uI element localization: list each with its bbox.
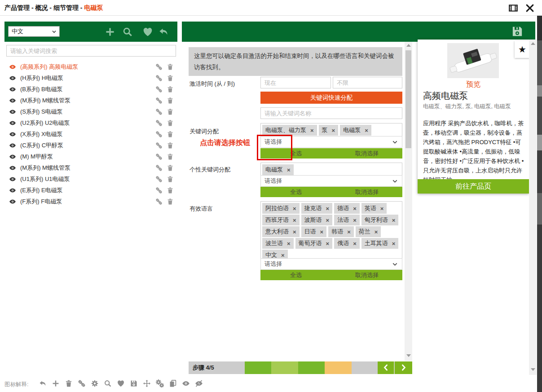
remove-tag-icon[interactable]: × (326, 241, 330, 247)
remove-tag-icon[interactable]: × (332, 128, 335, 133)
save-icon[interactable] (511, 25, 524, 38)
eye-icon[interactable] (9, 187, 16, 194)
product-list-item[interactable]: (B系列) B电磁泵 (4, 84, 177, 95)
remove-tag-icon[interactable]: × (392, 217, 396, 223)
gear-icon[interactable] (91, 379, 99, 388)
eye-icon[interactable] (9, 142, 16, 149)
plus-icon[interactable] (52, 379, 60, 388)
product-list-item[interactable]: (U1系列) U1电磁泵 (4, 173, 177, 185)
select-all-button[interactable]: 全选 (260, 270, 331, 280)
product-list-item[interactable]: (S系列) S电磁泵 (4, 106, 177, 117)
gears-icon[interactable] (156, 379, 164, 388)
unlink-icon[interactable] (155, 97, 163, 104)
unlink-icon[interactable] (155, 131, 163, 138)
personal-keyword-select[interactable]: 请选择 (260, 175, 402, 187)
undo-icon[interactable] (158, 26, 169, 37)
keyword-quick-assign-button[interactable]: 关键词快速分配 (260, 92, 402, 104)
form-scrollbar[interactable] (405, 42, 412, 361)
trash-icon[interactable] (167, 63, 174, 70)
remove-tag-icon[interactable]: × (293, 229, 296, 235)
remove-tag-icon[interactable]: × (353, 206, 357, 211)
trash-icon[interactable] (167, 164, 174, 172)
undo-icon[interactable] (39, 379, 47, 388)
deselect-button[interactable]: 取消选择 (331, 148, 402, 159)
eye-icon[interactable] (9, 176, 16, 183)
remove-tag-icon[interactable]: × (353, 217, 357, 223)
remove-tag-icon[interactable]: × (353, 241, 357, 247)
film-strip-icon[interactable] (508, 3, 518, 13)
product-list-item[interactable]: (高频系列) 高频电磁泵 (4, 61, 177, 72)
select-all-button[interactable]: 全选 (260, 148, 331, 159)
eye-icon[interactable] (9, 119, 16, 127)
remove-tag-icon[interactable]: × (347, 229, 351, 235)
save-icon[interactable] (130, 379, 138, 388)
scroll-down-arrow[interactable] (531, 368, 535, 371)
eye-icon[interactable] (9, 131, 16, 138)
trash-icon[interactable] (65, 379, 73, 388)
eye-icon[interactable] (182, 379, 190, 388)
unlink-icon[interactable] (155, 86, 163, 93)
keyword-select[interactable]: 请选择 (260, 136, 402, 148)
panel-scrollbar[interactable] (529, 40, 537, 375)
unlink-icon[interactable] (155, 108, 163, 115)
eye-icon[interactable] (9, 153, 16, 160)
unlink-icon[interactable] (78, 379, 86, 388)
unlink-icon[interactable] (155, 187, 163, 194)
unlink-icon[interactable] (155, 119, 163, 127)
trash-icon[interactable] (167, 187, 174, 194)
unlink-icon[interactable] (155, 176, 163, 183)
scroll-up-arrow[interactable] (406, 44, 411, 47)
activation-to-input[interactable] (333, 77, 402, 88)
eye-icon[interactable] (9, 63, 16, 70)
remove-tag-icon[interactable]: × (287, 167, 291, 173)
previous-step-button[interactable] (378, 361, 394, 374)
trash-icon[interactable] (167, 131, 174, 138)
add-product-icon[interactable] (105, 26, 115, 37)
eye-icon[interactable] (9, 198, 16, 205)
trash-icon[interactable] (167, 198, 174, 205)
keyword-name-input[interactable] (260, 107, 402, 119)
remove-tag-icon[interactable]: × (392, 241, 396, 247)
search-icon[interactable] (104, 379, 112, 388)
product-list-item[interactable]: (U2系列) U2电磁泵 (4, 117, 177, 128)
product-list-item[interactable]: (H系列) H电磁泵 (4, 72, 177, 84)
remove-tag-icon[interactable]: × (320, 229, 324, 235)
product-list-item[interactable]: (F系列) F电磁泵 (4, 196, 177, 207)
trash-icon[interactable] (167, 97, 174, 104)
search-icon[interactable] (122, 26, 133, 37)
remove-tag-icon[interactable]: × (281, 252, 285, 258)
favorites-icon[interactable] (142, 26, 153, 37)
remove-tag-icon[interactable]: × (293, 206, 296, 211)
remove-tag-icon[interactable]: × (310, 128, 314, 133)
unlink-icon[interactable] (155, 63, 163, 70)
product-list-item[interactable]: (M) M甲醇泵 (4, 151, 177, 162)
keyword-tags-box[interactable]: 电磁泵、磁力泵×泵×电磁泵× (260, 123, 402, 137)
language-tags-box[interactable]: 阿拉伯语×捷克语×德语×英语×西班牙语×波斯语×法语×匈牙利语×意大利语×日语×… (260, 201, 402, 262)
goto-product-page-button[interactable]: 前往产品页 (418, 179, 529, 194)
close-icon[interactable] (525, 3, 535, 13)
keyword-search-input[interactable] (6, 45, 176, 57)
eye-icon[interactable] (9, 97, 16, 104)
heart-icon[interactable] (117, 379, 125, 388)
remove-tag-icon[interactable]: × (365, 128, 368, 133)
unlink-icon[interactable] (155, 164, 163, 172)
trash-icon[interactable] (167, 75, 174, 82)
deselect-button[interactable]: 取消选择 (331, 187, 402, 197)
unlink-icon[interactable] (155, 153, 163, 160)
trash-icon[interactable] (167, 86, 174, 93)
trash-icon[interactable] (167, 176, 174, 183)
copy-icon[interactable] (169, 379, 177, 388)
move-icon[interactable] (143, 379, 151, 388)
activation-from-input[interactable] (260, 77, 331, 88)
next-step-button[interactable] (395, 361, 412, 374)
remove-tag-icon[interactable]: × (293, 217, 296, 223)
scroll-down-arrow[interactable] (406, 354, 411, 357)
product-list-item[interactable]: (E系列) E电磁泵 (4, 185, 177, 196)
eye-icon[interactable] (9, 75, 16, 82)
remove-tag-icon[interactable]: × (375, 229, 378, 235)
scrollbar-thumb[interactable] (405, 50, 411, 148)
product-list-item[interactable]: (X系列) X电磁泵 (4, 128, 177, 140)
eye-slash-icon[interactable] (195, 379, 203, 388)
product-list-item[interactable]: (C系列) C甲醇泵 (4, 140, 177, 151)
remove-tag-icon[interactable]: × (380, 206, 384, 211)
